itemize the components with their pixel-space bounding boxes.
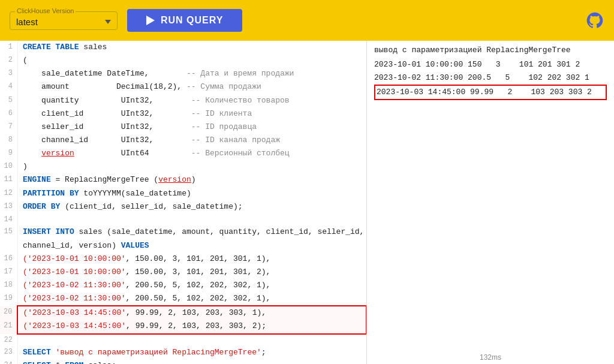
table-row: 4 amount Decimal(18,2), -- Сумма продажи [0,80,366,94]
line-code: ('2023-10-03 14:45:00', 99.99, 2, 103, 2… [17,320,366,333]
code-table: 1CREATE TABLE sales2(3 sale_datetime Dat… [0,41,367,364]
table-row: 21('2023-10-03 14:45:00', 99.99, 2, 103,… [0,320,366,333]
line-number: 7 [0,121,17,134]
line-code: version UInt64 -- Версионный столбец [17,147,366,160]
table-row: 5 quantity UInt32, -- Количество товаров [0,94,366,107]
line-number: 6 [0,107,17,121]
line-number: 5 [0,94,17,107]
table-row: 2( [0,54,366,67]
line-code: amount Decimal(18,2), -- Сумма продажи [17,80,366,94]
line-code: sale_datetime DateTime, -- Дата и время … [17,67,366,80]
line-code: ('2023-10-01 10:00:00', 150.00, 3, 101, … [17,266,366,279]
line-code: quantity UInt32, -- Количество товаров [17,94,366,107]
line-code: CREATE TABLE sales [17,41,366,54]
line-number: 18 [0,279,17,292]
table-row: 9 version UInt64 -- Версионный столбец [0,147,366,160]
table-row: 15INSERT INTO sales (sale_datetime, amou… [0,225,366,239]
line-number: 1 [0,41,17,54]
table-row: 6 client_id UInt32, -- ID клиента [0,107,366,121]
output-rows: 2023-10-01 10:00:00 150 3 101 201 301 22… [374,58,607,100]
line-number: 2 [0,54,17,67]
table-row: 19('2023-10-02 11:30:00', 200.50, 5, 102… [0,292,366,306]
line-code: ('2023-10-03 14:45:00', 99.99, 2, 103, 2… [17,306,366,320]
line-number: 15 [0,225,17,239]
table-row: channel_id, version) VALUES [0,239,366,252]
run-query-button[interactable]: RUN QUERY [127,9,242,32]
table-row: 10) [0,160,366,173]
line-number [0,239,17,252]
table-row: 17('2023-10-01 10:00:00', 150.00, 3, 101… [0,266,366,279]
line-code: ('2023-10-02 11:30:00', 200.50, 5, 102, … [17,292,366,306]
line-code: channel_id, version) VALUES [17,239,366,252]
line-code: INSERT INTO sales (sale_datetime, amount… [17,225,366,239]
line-number: 11 [0,173,17,186]
table-row: 7 seller_id UInt32, -- ID продавца [0,121,366,134]
output-title: вывод с параметризацией ReplacingMergeTr… [374,46,607,55]
timing-status: 132ms [367,352,614,364]
output-row: 2023-10-01 10:00:00 150 3 101 201 301 2 [374,58,607,71]
main-area: 1CREATE TABLE sales2(3 sale_datetime Dat… [0,41,614,364]
line-code [17,213,366,226]
line-code: ('2023-10-01 10:00:00', 150.00, 3, 101, … [17,252,366,266]
line-code: ('2023-10-02 11:30:00', 200.50, 5, 102, … [17,279,366,292]
table-row: 24SELECT * FROM sales; [0,359,366,364]
play-icon [146,16,155,25]
table-row: 18('2023-10-02 11:30:00', 200.50, 5, 102… [0,279,366,292]
version-value: latest [16,17,38,27]
line-number: 14 [0,213,17,226]
line-number: 23 [0,346,17,359]
chevron-down-icon [105,20,111,24]
line-number: 4 [0,80,17,94]
table-row: 22 [0,334,366,347]
table-row: 20('2023-10-03 14:45:00', 99.99, 2, 103,… [0,306,366,320]
line-number: 3 [0,67,17,80]
table-row: 1CREATE TABLE sales [0,41,366,54]
line-code: PARTITION BY toYYYYMM(sale_datetime) [17,187,366,200]
line-number: 9 [0,147,17,160]
output-panel: вывод с параметризацией ReplacingMergeTr… [367,41,614,364]
line-number: 19 [0,292,17,306]
version-label: ClickHouse Version [15,7,76,14]
line-code: ) [17,160,366,173]
table-row: 16('2023-10-01 10:00:00', 150.00, 3, 101… [0,252,366,266]
line-code: client_id UInt32, -- ID клиента [17,107,366,121]
line-number: 13 [0,200,17,213]
line-number: 21 [0,320,17,333]
table-row: 13ORDER BY (client_id, seller_id, sale_d… [0,200,366,213]
line-number: 8 [0,134,17,147]
line-code: ORDER BY (client_id, seller_id, sale_dat… [17,200,366,213]
line-number: 22 [0,334,17,347]
output-row: 2023-10-03 14:45:00 99.99 2 103 203 303 … [374,85,607,100]
line-number: 17 [0,266,17,279]
line-code: channel_id UInt32, -- ID канала продаж [17,134,366,147]
line-number: 10 [0,160,17,173]
line-code: seller_id UInt32, -- ID продавца [17,121,366,134]
table-row: 12PARTITION BY toYYYYMM(sale_datetime) [0,187,366,200]
run-button-label: RUN QUERY [161,15,223,26]
line-code: ENGINE = ReplacingMergeTree (version) [17,173,366,186]
line-number: 16 [0,252,17,266]
line-code: SELECT * FROM sales; [17,359,366,364]
line-code [17,334,366,347]
github-icon[interactable] [585,11,604,30]
line-code: SELECT 'вывод с параметризацией Replacin… [17,346,366,359]
line-number: 20 [0,306,17,320]
table-row: 8 channel_id UInt32, -- ID канала продаж [0,134,366,147]
line-number: 24 [0,359,17,364]
code-panel: 1CREATE TABLE sales2(3 sale_datetime Dat… [0,41,367,364]
version-selector[interactable]: ClickHouse Version latest [10,11,118,30]
topbar: ClickHouse Version latest RUN QUERY [0,0,614,41]
line-number: 12 [0,187,17,200]
table-row: 3 sale_datetime DateTime, -- Дата и врем… [0,67,366,80]
line-code: ( [17,54,366,67]
output-row: 2023-10-02 11:30:00 200.5 5 102 202 302 … [374,71,607,85]
table-row: 11ENGINE = ReplacingMergeTree (version) [0,173,366,186]
table-row: 23SELECT 'вывод с параметризацией Replac… [0,346,366,359]
table-row: 14 [0,213,366,226]
